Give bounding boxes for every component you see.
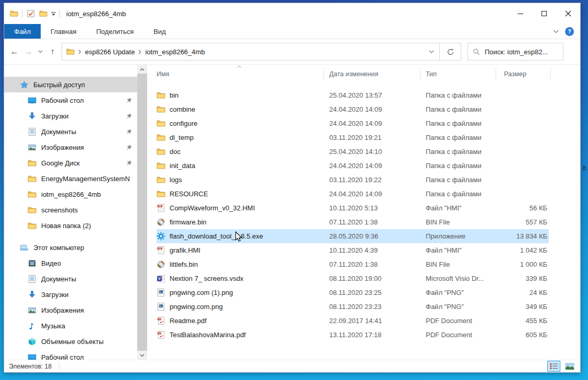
checkbox-icon[interactable] [26, 9, 35, 18]
pin-icon [126, 144, 133, 151]
file-row[interactable]: firmware.bin 07.11.2020 1:38 BIN File 55… [157, 215, 549, 229]
png-icon [157, 302, 165, 311]
navigation-pane: Быстрый доступ Рабочий стол Загрузки Док… [4, 65, 137, 360]
sidebar-item[interactable]: Изображения [4, 302, 137, 318]
sidebar-item[interactable]: Документы [4, 271, 137, 287]
desktop-icon [28, 96, 37, 105]
column-header-size[interactable]: Размер [496, 68, 551, 80]
column-header-date[interactable]: Дата изменения [324, 68, 421, 80]
file-row[interactable]: dl_temp 03.11.2020 19:21 Папка с файлами [157, 130, 549, 145]
file-row[interactable]: configure 24.04.2020 14:09 Папка с файла… [157, 116, 549, 130]
column-header-type[interactable]: Тип [421, 68, 496, 80]
sidebar-item[interactable]: iotm_esp8266_4mb [4, 186, 137, 202]
up-button[interactable]: ↑ [45, 47, 59, 56]
sidebar-item[interactable]: Загрузки [4, 287, 137, 302]
refresh-button[interactable] [439, 43, 461, 61]
file-row[interactable]: PDF Readme.pdf 22.09.2017 14:41 PDF Docu… [157, 314, 549, 328]
ribbon-collapse-chevron-icon[interactable] [553, 30, 559, 33]
file-row[interactable]: HMI CompWaveform_v0_32.HMI 10.11.2020 5:… [157, 201, 549, 215]
pdf-icon: PDF [157, 330, 165, 339]
file-row[interactable]: HMI grafik.HMI 10.11.2020 4:39 Файл "HMI… [157, 243, 549, 257]
sidebar-item[interactable]: Рабочий стол [4, 92, 137, 108]
sidebar-item[interactable]: Этот компьютер [4, 240, 137, 255]
folder-icon [157, 175, 165, 184]
ribbon-tab-bar: Файл Главная Поделиться Вид ? [4, 24, 580, 39]
pin-icon [126, 113, 133, 120]
pin-icon [126, 128, 133, 135]
recent-locations-chevron-icon[interactable] [35, 50, 45, 53]
scroll-up-icon[interactable] [137, 65, 147, 74]
sidebar-item[interactable]: EnergyManagementSystemN [4, 171, 137, 186]
tab-share[interactable]: Поделиться [86, 24, 143, 39]
pin-icon [126, 160, 133, 167]
file-row[interactable]: V Nextion 7_ screens.vsdx 08.11.2020 19:… [157, 271, 549, 286]
close-button[interactable] [556, 3, 580, 24]
sidebar-item[interactable]: Изображения [4, 139, 137, 155]
minimize-icon [518, 14, 523, 14]
file-row[interactable]: flash_download_tool_3.8.5.exe 28.05.2020… [157, 229, 549, 243]
file-row[interactable]: init_data 24.04.2020 14:09 Папка с файла… [157, 159, 549, 173]
star-icon [20, 80, 29, 89]
scroll-down-icon[interactable] [137, 351, 147, 360]
folder-icon [28, 206, 37, 215]
column-header-row: Имя Дата изменения Тип Размер [147, 65, 580, 84]
svg-text:PDF: PDF [158, 332, 161, 334]
file-row[interactable]: combine 24.04.2020 14:09 Папка с файлами [157, 102, 549, 116]
file-row[interactable]: doc 25.04.2020 14:10 Папка с файлами [157, 145, 549, 159]
svg-text:V: V [158, 276, 161, 281]
breadcrumb-segment[interactable]: esp8266 Update [85, 48, 135, 56]
sidebar-item[interactable]: screenshots [4, 202, 137, 218]
svg-text:PDF: PDF [158, 318, 161, 320]
pictures-icon [28, 143, 37, 152]
sidebar-item[interactable]: Рабочий стол [4, 349, 137, 360]
video-icon [28, 259, 37, 268]
breadcrumb-segment[interactable]: iotm_esp8266_4mb [145, 48, 205, 56]
back-button[interactable]: ← [7, 47, 21, 56]
divider [22, 9, 22, 18]
folder-icon [28, 174, 37, 183]
sidebar-item[interactable]: Объемные объекты [4, 334, 137, 349]
file-row[interactable]: logs 03.11.2020 19:22 Папка с файлами [157, 173, 549, 187]
sidebar-item[interactable]: Быстрый доступ [4, 77, 137, 92]
tab-home[interactable]: Главная [41, 24, 86, 39]
file-row[interactable]: pngwing.com (1).png 08.11.2020 23:25 Фай… [157, 286, 549, 300]
scrollbar-thumb[interactable] [137, 74, 147, 351]
folder-icon[interactable] [39, 9, 47, 18]
address-dropdown-chevron-icon[interactable] [429, 50, 434, 53]
chevron-right-icon[interactable] [138, 50, 141, 54]
address-bar[interactable]: esp8266 Update iotm_esp8266_4mb [62, 43, 440, 61]
documents-icon [28, 275, 37, 283]
forward-button[interactable]: → [21, 47, 35, 56]
sidebar-item[interactable]: Музыка [4, 318, 137, 334]
details-view-button[interactable] [547, 361, 560, 372]
chevron-right-icon[interactable] [78, 50, 81, 54]
sidebar-item[interactable]: Загрузки [4, 108, 137, 124]
file-row[interactable]: PDF TestBalashovaMarina.pdf 13.11.2020 1… [157, 328, 549, 342]
folder-icon [66, 48, 75, 56]
music-icon [28, 322, 37, 330]
file-rows: bin 25.04.2020 13:57 Папка с файлами com… [147, 84, 580, 342]
maximize-button[interactable] [532, 3, 556, 24]
help-button[interactable]: ? [565, 27, 574, 36]
file-row[interactable]: bin 25.04.2020 13:57 Папка с файлами [157, 88, 549, 102]
documents-icon [28, 127, 37, 136]
details-view-icon [549, 363, 558, 370]
search-box[interactable]: Поиск: iotm_esp82... [467, 43, 563, 61]
search-input[interactable]: Поиск: iotm_esp82... [485, 48, 548, 56]
qat-dropdown-icon[interactable] [51, 11, 56, 16]
file-row[interactable]: RESOURCE 24.04.2020 14:09 Папка с файлам… [157, 187, 549, 201]
refresh-icon [447, 48, 454, 56]
column-header-name[interactable]: Имя [147, 68, 324, 80]
sidebar-item[interactable]: Новая папка (2) [4, 218, 137, 233]
thumbnail-view-button[interactable] [563, 361, 576, 372]
folder-icon [157, 161, 165, 170]
sidebar-item[interactable]: Документы [4, 124, 137, 139]
sidebar-item[interactable]: Google Диск [4, 155, 137, 171]
sidebar-scrollbar[interactable] [137, 65, 147, 360]
sidebar-item[interactable]: Видео [4, 255, 137, 271]
file-row[interactable]: littlefs.bin 07.11.2020 1:38 BIN File 1 … [157, 257, 549, 271]
minimize-button[interactable] [508, 3, 532, 24]
tab-file[interactable]: Файл [4, 24, 41, 39]
file-row[interactable]: pngwing.com.png 08.11.2020 23:23 Файл "P… [157, 300, 549, 314]
tab-view[interactable]: Вид [143, 24, 176, 39]
